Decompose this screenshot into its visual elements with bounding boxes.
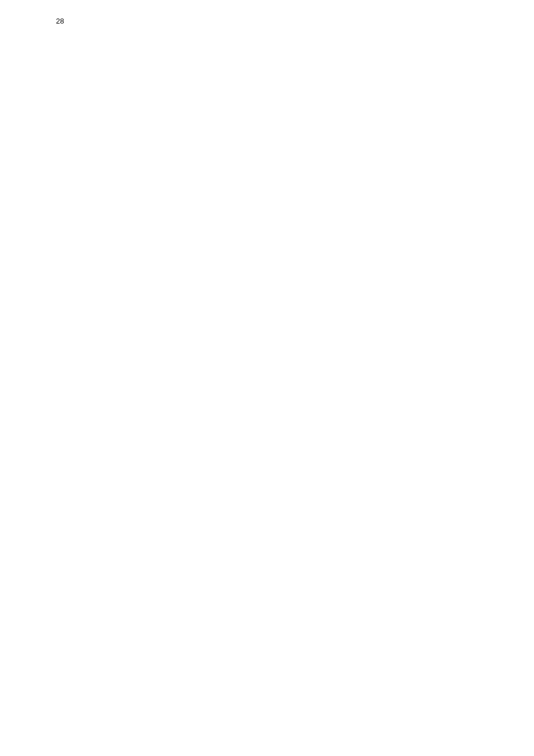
page-number: 28 (56, 17, 64, 25)
